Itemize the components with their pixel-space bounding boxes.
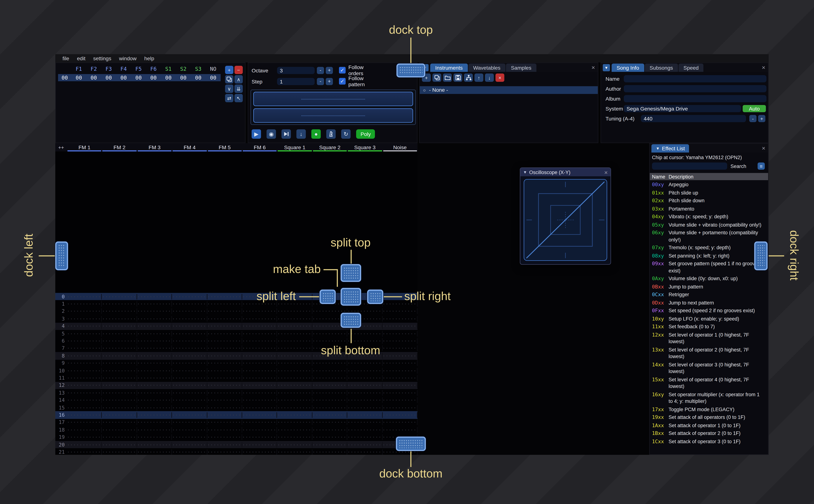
pattern-cell[interactable]: ············· xyxy=(382,316,418,322)
menu-help[interactable]: help xyxy=(140,55,158,61)
pattern-cell[interactable]: ············· xyxy=(312,375,347,381)
pattern-cell[interactable]: ············· xyxy=(277,361,312,366)
pattern-row[interactable]: 20······································… xyxy=(55,441,418,448)
pattern-cell[interactable]: ············· xyxy=(207,449,242,455)
pattern-cell[interactable]: ············· xyxy=(67,323,102,329)
pattern-cell[interactable]: ············· xyxy=(382,331,418,336)
pattern-cell[interactable]: ············· xyxy=(67,338,102,344)
pattern-cell[interactable]: ············· xyxy=(102,434,137,440)
orders-channel-F2[interactable]: F2 xyxy=(86,66,101,72)
menu-settings[interactable]: settings xyxy=(89,55,115,61)
pattern-cell[interactable]: ············· xyxy=(242,383,277,388)
asset-tab-wavetables[interactable]: Wavetables xyxy=(468,64,506,72)
orders-cell[interactable]: 00 xyxy=(176,75,191,81)
pattern-cell[interactable]: ············· xyxy=(172,449,207,455)
effect-row[interactable]: 15xx Set level of operator 4 (0 highest,… xyxy=(650,376,768,391)
effect-row[interactable]: 11xx Set feedback (0 to 7) xyxy=(650,323,768,331)
asset-tab-instruments[interactable]: Instruments xyxy=(430,64,468,72)
pattern-cell[interactable]: ············· xyxy=(137,434,172,440)
effect-row[interactable]: 16xy Set operator multiplier (x: operato… xyxy=(650,391,768,405)
pattern-cell[interactable]: ············· xyxy=(277,390,312,395)
pattern-cell[interactable]: ············· xyxy=(102,331,137,336)
pattern-row[interactable]: 2·······································… xyxy=(55,308,418,315)
pattern-cell[interactable]: ············· xyxy=(102,346,137,351)
pattern-row[interactable]: 11······································… xyxy=(55,374,418,382)
song-tab-subsongs[interactable]: Subsongs xyxy=(645,64,678,72)
menu-icon[interactable]: ≡ xyxy=(758,162,765,170)
orders-cell[interactable]: 00 xyxy=(131,75,146,81)
pattern-cell[interactable]: ············· xyxy=(172,375,207,381)
effect-row[interactable]: 07xy Tremolo (x: speed; y: depth) xyxy=(650,244,768,252)
pattern-cell[interactable]: ············· xyxy=(137,323,172,329)
pattern-cell[interactable]: ············· xyxy=(382,323,418,329)
tuning-decrease-button[interactable]: - xyxy=(749,115,757,122)
tuning-input[interactable]: 440 xyxy=(641,115,746,122)
pattern-cell[interactable]: ············· xyxy=(312,434,347,440)
effect-row[interactable]: 01xx Pitch slide up xyxy=(650,189,768,197)
orders-row[interactable]: 0000000000000000000000 xyxy=(58,74,221,81)
effect-row[interactable]: 10xy Setup LFO (x: enable; y: speed) xyxy=(650,315,768,323)
split-right-button[interactable] xyxy=(367,290,383,304)
channel-header-fm-3[interactable]: FM 3 xyxy=(137,143,172,151)
pattern-cell[interactable]: ············· xyxy=(312,397,347,403)
remove-order-button[interactable]: − xyxy=(234,66,243,74)
expand-channels-button[interactable]: ++ xyxy=(55,143,67,151)
effect-row[interactable]: 19xx Set attack of all operators (0 to 1… xyxy=(650,413,768,421)
effect-row[interactable]: 0Fxx Set speed (speed 2 if no grooves ex… xyxy=(650,307,768,315)
pattern-cell[interactable]: ············· xyxy=(312,442,347,447)
pattern-cell[interactable]: ············· xyxy=(137,383,172,388)
pattern-cell[interactable]: ············· xyxy=(102,368,137,373)
pattern-cell[interactable]: ············· xyxy=(172,331,207,336)
pattern-cell[interactable]: ············· xyxy=(277,323,312,329)
channel-header-fm-4[interactable]: FM 4 xyxy=(172,143,207,151)
pattern-cell[interactable]: ············· xyxy=(67,383,102,388)
pattern-cell[interactable]: ············· xyxy=(102,397,137,403)
repeat-pattern-button[interactable]: ↻ xyxy=(341,129,350,139)
pattern-cell[interactable]: ············· xyxy=(67,294,102,299)
pattern-cell[interactable]: ············· xyxy=(102,301,137,307)
pattern-cell[interactable]: ············· xyxy=(207,331,242,336)
pattern-row[interactable]: 4·······································… xyxy=(55,323,418,330)
pattern-cell[interactable]: ············· xyxy=(172,346,207,351)
pattern-row[interactable]: 10······································… xyxy=(55,367,418,374)
effect-list-tab[interactable]: ▼Effect List xyxy=(651,144,689,153)
pattern-cell[interactable]: ············· xyxy=(207,420,242,425)
pattern-cell[interactable]: ············· xyxy=(137,346,172,351)
pattern-cell[interactable]: ············· xyxy=(242,368,277,373)
pattern-cell[interactable]: ············· xyxy=(382,397,418,403)
pattern-cell[interactable]: ············· xyxy=(207,390,242,395)
save-instrument-button[interactable] xyxy=(454,74,462,82)
pattern-cell[interactable]: ············· xyxy=(67,427,102,433)
pattern-cell[interactable]: ············· xyxy=(102,338,137,344)
move-order-up-button[interactable]: ∧ xyxy=(234,75,243,83)
pattern-cell[interactable]: ············· xyxy=(347,442,382,447)
pattern-cell[interactable]: ············· xyxy=(347,368,382,373)
pattern-cell[interactable]: ············· xyxy=(172,368,207,373)
pattern-cell[interactable]: ············· xyxy=(242,420,277,425)
pattern-cell[interactable]: ············· xyxy=(102,405,137,410)
effect-row[interactable]: 13xx Set level of operator 2 (0 highest,… xyxy=(650,346,768,361)
pattern-cell[interactable]: ············· xyxy=(347,434,382,440)
metronome-button[interactable] xyxy=(326,129,336,139)
add-order-button[interactable]: + xyxy=(225,66,233,74)
follow-pattern-checkbox[interactable]: ✓ xyxy=(339,78,345,85)
dock-right-button[interactable] xyxy=(754,242,768,270)
pattern-cell[interactable]: ············· xyxy=(172,301,207,307)
pattern-cell[interactable]: ············· xyxy=(102,353,137,358)
pattern-cell[interactable]: ············· xyxy=(242,390,277,395)
effect-search-input[interactable] xyxy=(652,162,727,170)
edit-toggle-button[interactable]: ● xyxy=(311,129,321,139)
pattern-cell[interactable]: ············· xyxy=(382,375,418,381)
pattern-cell[interactable]: ············· xyxy=(277,434,312,440)
split-bottom-button[interactable] xyxy=(341,313,361,328)
pattern-cell[interactable]: ············· xyxy=(137,338,172,344)
pattern-cell[interactable]: ············· xyxy=(137,412,172,418)
pattern-cell[interactable]: ············· xyxy=(137,331,172,336)
pattern-cell[interactable]: ············· xyxy=(67,375,102,381)
pattern-cell[interactable]: ············· xyxy=(277,368,312,373)
pattern-cell[interactable]: ············· xyxy=(102,323,137,329)
pattern-cell[interactable]: ············· xyxy=(102,316,137,322)
pattern-cell[interactable]: ············· xyxy=(67,316,102,322)
pattern-cell[interactable]: ············· xyxy=(242,353,277,358)
pattern-cell[interactable]: ············· xyxy=(312,361,347,366)
